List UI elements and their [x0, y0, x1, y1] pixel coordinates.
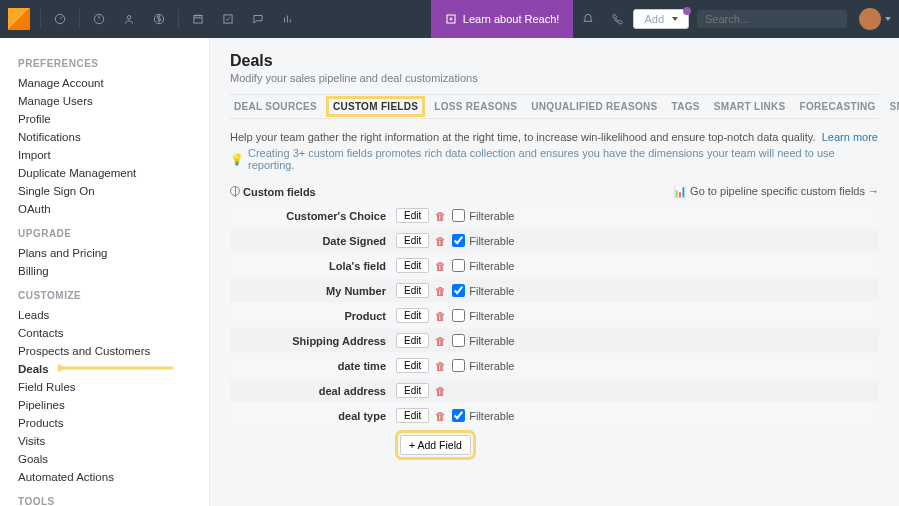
- custom-fields-header: Custom fields 📊 Go to pipeline specific …: [230, 185, 879, 198]
- tab-unqualified-reasons[interactable]: UNQUALIFIED REASONS: [531, 101, 657, 112]
- filterable-label: Filterable: [469, 285, 514, 297]
- tab-smart-list-templates[interactable]: SMART LIST TEMPLATES: [890, 101, 899, 112]
- field-name: date time: [236, 360, 396, 372]
- help-text: Help your team gather the right informat…: [230, 131, 816, 143]
- edit-button[interactable]: Edit: [396, 333, 429, 348]
- user-avatar[interactable]: [859, 8, 881, 30]
- app-logo[interactable]: [8, 8, 30, 30]
- edit-button[interactable]: Edit: [396, 358, 429, 373]
- pipeline-fields-link[interactable]: 📊 Go to pipeline specific custom fields …: [673, 185, 879, 198]
- edit-button[interactable]: Edit: [396, 233, 429, 248]
- tasks-icon[interactable]: [215, 6, 241, 32]
- delete-icon[interactable]: 🗑: [435, 360, 446, 372]
- delete-icon[interactable]: 🗑: [435, 235, 446, 247]
- field-row: deal addressEdit🗑: [230, 379, 879, 402]
- tab-custom-fields[interactable]: CUSTOM FIELDS: [331, 101, 420, 112]
- sidebar-item-import[interactable]: Import: [18, 146, 209, 164]
- phone-icon[interactable]: [605, 6, 631, 32]
- sidebar-item-single-sign-on[interactable]: Single Sign On: [18, 182, 209, 200]
- filterable-checkbox[interactable]: [452, 409, 465, 422]
- page-title: Deals: [230, 52, 879, 70]
- filterable-checkbox[interactable]: [452, 334, 465, 347]
- sidebar-item-billing[interactable]: Billing: [18, 262, 209, 280]
- field-name: Shipping Address: [236, 335, 396, 347]
- field-name: Date Signed: [236, 235, 396, 247]
- delete-icon[interactable]: 🗑: [435, 335, 446, 347]
- edit-button[interactable]: Edit: [396, 308, 429, 323]
- sidebar-item-plans-and-pricing[interactable]: Plans and Pricing: [18, 244, 209, 262]
- field-row: Shipping AddressEdit🗑Filterable: [230, 329, 879, 352]
- field-row: Date SignedEdit🗑Filterable: [230, 229, 879, 252]
- filterable-label: Filterable: [469, 310, 514, 322]
- filterable-checkbox[interactable]: [452, 259, 465, 272]
- calendar-icon[interactable]: [185, 6, 211, 32]
- search-box[interactable]: [697, 10, 847, 28]
- delete-icon[interactable]: 🗑: [435, 310, 446, 322]
- edit-button[interactable]: Edit: [396, 408, 429, 423]
- field-name: Customer's Choice: [236, 210, 396, 222]
- edit-button[interactable]: Edit: [396, 283, 429, 298]
- sidebar-item-goals[interactable]: Goals: [18, 450, 209, 468]
- sidebar-section-preferences: PREFERENCES: [18, 58, 209, 69]
- learn-reach-banner[interactable]: Learn about Reach!: [431, 0, 574, 38]
- settings-tabs: DEAL SOURCESCUSTOM FIELDSLOSS REASONSUNQ…: [230, 94, 879, 119]
- tab-deal-sources[interactable]: DEAL SOURCES: [234, 101, 317, 112]
- field-row: deal typeEdit🗑Filterable: [230, 404, 879, 427]
- reports-icon[interactable]: [275, 6, 301, 32]
- sidebar-item-products[interactable]: Products: [18, 414, 209, 432]
- svg-point-2: [127, 16, 131, 20]
- delete-icon[interactable]: 🗑: [435, 285, 446, 297]
- tab-forecasting[interactable]: FORECASTING: [799, 101, 875, 112]
- sidebar-item-visits[interactable]: Visits: [18, 432, 209, 450]
- filterable-checkbox[interactable]: [452, 359, 465, 372]
- topbar: Learn about Reach! Add: [0, 0, 899, 38]
- sidebar-item-contacts[interactable]: Contacts: [18, 324, 209, 342]
- tab-tags[interactable]: TAGS: [672, 101, 700, 112]
- sidebar-item-notifications[interactable]: Notifications: [18, 128, 209, 146]
- sidebar-item-deals[interactable]: Deals: [18, 360, 209, 378]
- field-name: Lola's field: [236, 260, 396, 272]
- filterable-checkbox[interactable]: [452, 284, 465, 297]
- filterable-label: Filterable: [469, 260, 514, 272]
- sidebar-item-automated-actions[interactable]: Automated Actions: [18, 468, 209, 486]
- dashboard-icon[interactable]: [47, 6, 73, 32]
- delete-icon[interactable]: 🗑: [435, 385, 446, 397]
- tab-loss-reasons[interactable]: LOSS REASONS: [434, 101, 517, 112]
- sidebar-section-upgrade: UPGRADE: [18, 228, 209, 239]
- notification-icon[interactable]: [575, 6, 601, 32]
- add-button[interactable]: Add: [633, 9, 689, 29]
- contacts-icon[interactable]: [116, 6, 142, 32]
- search-input[interactable]: [705, 13, 843, 25]
- delete-icon[interactable]: 🗑: [435, 210, 446, 222]
- delete-icon[interactable]: 🗑: [435, 410, 446, 422]
- delete-icon[interactable]: 🗑: [435, 260, 446, 272]
- sidebar-item-manage-users[interactable]: Manage Users: [18, 92, 209, 110]
- lightbulb-icon: 💡: [230, 153, 244, 166]
- field-name: Product: [236, 310, 396, 322]
- edit-button[interactable]: Edit: [396, 383, 429, 398]
- chat-icon[interactable]: [245, 6, 271, 32]
- sidebar-item-leads[interactable]: Leads: [18, 306, 209, 324]
- field-row: Lola's fieldEdit🗑Filterable: [230, 254, 879, 277]
- power-icon[interactable]: [86, 6, 112, 32]
- edit-button[interactable]: Edit: [396, 208, 429, 223]
- filterable-checkbox[interactable]: [452, 209, 465, 222]
- learn-more-link[interactable]: Learn more: [822, 131, 878, 143]
- filterable-checkbox[interactable]: [452, 309, 465, 322]
- sidebar-item-pipelines[interactable]: Pipelines: [18, 396, 209, 414]
- edit-button[interactable]: Edit: [396, 258, 429, 273]
- field-row: My NumberEdit🗑Filterable: [230, 279, 879, 302]
- filterable-checkbox[interactable]: [452, 234, 465, 247]
- caret-down-icon: [672, 17, 678, 21]
- money-icon[interactable]: [146, 6, 172, 32]
- sidebar-item-duplicate-management[interactable]: Duplicate Management: [18, 164, 209, 182]
- sidebar-item-prospects-and-customers[interactable]: Prospects and Customers: [18, 342, 209, 360]
- sidebar-item-manage-account[interactable]: Manage Account: [18, 74, 209, 92]
- tip-text: Creating 3+ custom fields promotes rich …: [248, 147, 879, 171]
- sidebar-item-oauth[interactable]: OAuth: [18, 200, 209, 218]
- sidebar-item-profile[interactable]: Profile: [18, 110, 209, 128]
- add-field-button[interactable]: + Add Field: [400, 435, 471, 455]
- sidebar-item-field-rules[interactable]: Field Rules: [18, 378, 209, 396]
- tab-smart-links[interactable]: SMART LINKS: [714, 101, 786, 112]
- user-menu-caret-icon[interactable]: [885, 17, 891, 21]
